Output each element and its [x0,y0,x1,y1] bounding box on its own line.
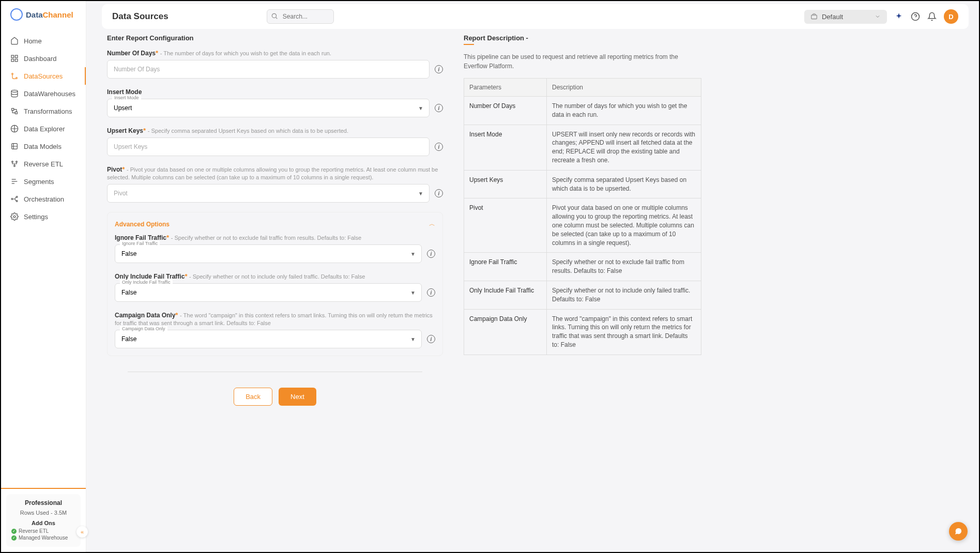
sidebar-item-orchestration[interactable]: Orchestration [1,190,86,208]
chat-fab[interactable] [949,522,968,541]
param-desc: UPSERT will insert only new records or r… [547,125,701,170]
brand-text: DataChannel [26,10,73,19]
table-row: Insert ModeUPSERT will insert only new r… [464,125,701,170]
svg-point-4 [12,73,13,75]
report-description-text: This pipeline can be used to request and… [464,52,701,71]
param-name: Pivot [464,198,547,253]
help-icon[interactable] [911,12,920,21]
svg-point-11 [12,161,13,163]
chevron-down-icon [875,13,881,20]
num-days-input[interactable] [107,60,430,79]
brand-icon [10,8,23,21]
dashboard-icon [10,54,19,63]
chevron-down-icon: ▼ [418,191,423,196]
pivot-hint: - Pivot your data based on one or multip… [107,166,438,180]
sidebar-item-dashboard[interactable]: Dashboard [1,50,86,67]
info-icon[interactable]: i [435,189,443,197]
workspace-label: Default [822,13,843,21]
sidebar-item-transformations[interactable]: Transformations [1,102,86,120]
orchestration-icon [10,195,19,203]
info-icon[interactable]: i [427,250,435,258]
info-icon[interactable]: i [427,335,435,343]
param-desc: The number of days for which you wish to… [547,97,701,125]
parameters-table: Parameters Description Number Of DaysThe… [464,78,701,355]
info-icon[interactable]: i [435,104,443,112]
svg-point-12 [16,161,18,163]
ignore-fail-select[interactable]: False [115,244,422,263]
plan-name: Professional [11,499,75,506]
svg-rect-23 [811,15,817,19]
sidebar-item-data-models[interactable]: Data Models [1,137,86,155]
svg-point-5 [16,78,18,79]
sidebar-item-datawarehouses[interactable]: DataWarehouses [1,85,86,102]
sidebar-item-label: Data Models [24,143,62,150]
sidebar-item-home[interactable]: Home [1,32,86,50]
sidebar-item-reverse-etl[interactable]: Reverse ETL [1,155,86,173]
svg-rect-7 [12,109,14,111]
svg-point-13 [14,165,16,167]
svg-point-17 [11,198,13,200]
campaign-label: Campaign Data Only [115,312,175,319]
warehouse-icon [10,89,19,98]
advanced-title: Advanced Options [115,221,170,228]
param-desc: Specify whether or not to include only f… [547,281,701,309]
table-row: Number Of DaysThe number of days for whi… [464,97,701,125]
param-desc: Specify whether or not to exclude fail t… [547,253,701,281]
num-days-label: Number Of Days [107,50,156,57]
insert-mode-select[interactable]: Upsert [107,99,430,117]
sidebar-item-label: Reverse ETL [24,160,63,168]
svg-rect-3 [15,59,18,62]
reverse-icon [10,160,19,168]
models-icon [10,142,19,150]
sparkle-icon[interactable] [894,12,904,21]
sidebar-item-settings[interactable]: Settings [1,208,86,225]
sidebar-item-label: Transformations [24,107,72,115]
info-icon[interactable]: i [435,65,443,73]
table-row: Campaign Data OnlyThe word "campaign" in… [464,309,701,355]
upsert-keys-label: Upsert Keys [107,127,143,134]
sidebar-item-label: DataSources [24,72,63,80]
num-days-hint: - The number of days for which you wish … [160,50,331,56]
svg-point-21 [272,13,276,18]
svg-rect-8 [15,112,17,114]
sidebar-item-label: Segments [24,178,54,186]
workspace-select[interactable]: Default [804,10,887,24]
sidebar-collapse-button[interactable]: « [76,526,88,537]
brand-logo[interactable]: DataChannel [1,1,86,28]
only-fail-hint: - Specify whether or not to include only… [189,273,365,280]
info-icon[interactable]: i [427,288,435,297]
home-icon [10,37,19,45]
transform-icon [10,107,19,115]
svg-rect-0 [11,55,14,58]
campaign-select[interactable]: False [115,330,422,348]
table-row: Ignore Fail TrafficSpecify whether or no… [464,253,701,281]
param-name: Upsert Keys [464,170,547,198]
upsert-keys-input[interactable] [107,137,430,156]
table-header-description: Description [547,79,701,97]
sidebar-item-segments[interactable]: Segments [1,173,86,190]
page-title: Data Sources [112,11,169,22]
only-fail-select[interactable]: False [115,283,422,302]
sidebar-item-datasources[interactable]: DataSources [1,67,86,85]
advanced-options-toggle[interactable]: Advanced Options ︿ [115,220,435,228]
ignore-fail-hint: - Specify whether or not to exclude fail… [171,235,361,241]
svg-rect-1 [15,55,18,58]
info-icon[interactable]: i [435,143,443,151]
sidebar-item-label: Orchestration [24,195,64,203]
svg-rect-2 [11,59,14,62]
svg-point-6 [11,90,18,92]
bell-icon[interactable] [927,12,937,21]
only-fail-float: Only Include Fail Traffic [120,280,173,285]
param-name: Only Include Fail Traffic [464,281,547,309]
sidebar-item-data-explorer[interactable]: Data Explorer [1,120,86,137]
next-button[interactable]: Next [279,388,316,406]
sidebar-item-label: Settings [24,213,48,221]
chevron-down-icon: ▼ [410,290,416,296]
ignore-fail-float: Ignore Fail Traffic [120,241,160,246]
settings-icon [10,212,19,221]
user-avatar[interactable]: D [944,9,958,24]
title-underline [464,44,474,45]
pivot-select[interactable]: Pivot [107,184,430,203]
pivot-label: Pivot [107,166,122,173]
back-button[interactable]: Back [234,388,272,406]
